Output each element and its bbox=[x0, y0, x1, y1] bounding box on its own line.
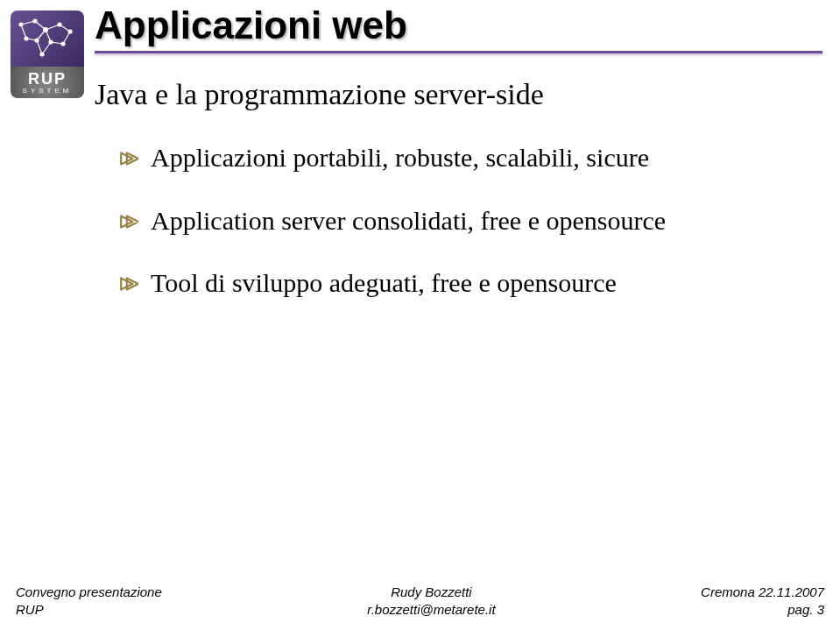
slide-body: Java e la programmazione server-side App… bbox=[95, 78, 805, 329]
footer-left: Convegno presentazione RUP bbox=[16, 584, 162, 618]
footer-page-number: pag. 3 bbox=[701, 601, 824, 619]
logo-brand-panel: RUP SYSTEM bbox=[11, 67, 84, 98]
svg-point-15 bbox=[35, 39, 39, 42]
bullet-marker-icon bbox=[119, 212, 138, 231]
logo-brand-text: RUP bbox=[28, 71, 67, 87]
logo-constellation-panel bbox=[11, 11, 84, 67]
footer-location-date: Cremona 22.11.2007 bbox=[701, 584, 824, 601]
list-item-text: Application server consolidati, free e o… bbox=[151, 204, 666, 237]
footer-email: r.bozzetti@metarete.it bbox=[367, 601, 495, 619]
list-item: Tool di sviluppo adeguati, free e openso… bbox=[95, 266, 805, 300]
svg-point-16 bbox=[25, 37, 28, 40]
svg-point-14 bbox=[44, 28, 48, 32]
logo: RUP SYSTEM bbox=[11, 11, 84, 98]
slide-title: Applicazioni web bbox=[95, 4, 822, 51]
footer-center: Rudy Bozzetti r.bozzetti@metarete.it bbox=[367, 584, 495, 618]
list-item-text: Applicazioni portabili, robuste, scalabi… bbox=[151, 141, 649, 174]
logo-subbrand-text: SYSTEM bbox=[23, 88, 73, 95]
title-underline bbox=[95, 51, 822, 53]
list-item: Application server consolidati, free e o… bbox=[95, 204, 805, 237]
footer-right: Cremona 22.11.2007 pag. 3 bbox=[701, 584, 824, 618]
bullet-list: Applicazioni portabili, robuste, scalabi… bbox=[95, 141, 805, 300]
slide-footer: Convegno presentazione RUP Rudy Bozzetti… bbox=[16, 584, 824, 618]
list-item: Applicazioni portabili, robuste, scalabi… bbox=[95, 141, 805, 174]
svg-point-17 bbox=[58, 23, 61, 26]
bullet-marker-icon bbox=[119, 274, 138, 294]
slide-subtitle: Java e la programmazione server-side bbox=[95, 78, 805, 111]
footer-author: Rudy Bozzetti bbox=[367, 584, 495, 601]
constellation-icon bbox=[16, 16, 79, 61]
svg-point-21 bbox=[40, 53, 44, 56]
bullet-marker-icon bbox=[119, 149, 138, 168]
slide: RUP SYSTEM Applicazioni web Java e la pr… bbox=[0, 0, 840, 630]
svg-point-12 bbox=[19, 23, 23, 26]
svg-point-20 bbox=[49, 40, 53, 44]
footer-event-short: RUP bbox=[16, 601, 162, 619]
slide-header: Applicazioni web bbox=[95, 0, 840, 53]
svg-point-13 bbox=[33, 19, 37, 23]
footer-event-name: Convegno presentazione bbox=[16, 584, 162, 601]
svg-point-18 bbox=[68, 30, 72, 33]
svg-point-19 bbox=[61, 42, 65, 46]
list-item-text: Tool di sviluppo adeguati, free e openso… bbox=[151, 266, 617, 300]
